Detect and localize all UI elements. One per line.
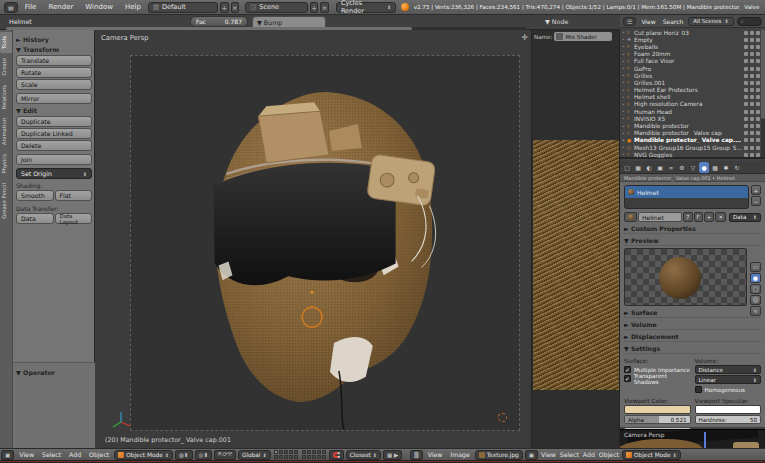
volume-header[interactable]: ► Volume: [624, 321, 761, 330]
select-icon[interactable]: [750, 102, 754, 106]
eye-icon[interactable]: [744, 81, 748, 85]
select-icon[interactable]: [750, 117, 754, 121]
outliner-item-label[interactable]: Helmet Ear Protectors: [634, 87, 744, 93]
manipulator-toggles[interactable]: ⇱⟳⤧: [214, 450, 236, 460]
select-icon[interactable]: [750, 88, 754, 92]
select-icon[interactable]: [750, 81, 754, 85]
join-button[interactable]: Join: [16, 154, 92, 165]
edit-panel-header[interactable]: ▼ Edit: [16, 107, 92, 114]
hardness-slider[interactable]: Hardness: 50: [695, 415, 762, 424]
outliner-item-label[interactable]: Mandible protector_ Valve cap.001: [634, 137, 744, 143]
eye-icon[interactable]: [744, 59, 748, 63]
visibility-icons[interactable]: [744, 59, 760, 63]
properties-tab-icon[interactable]: ▩: [710, 162, 720, 173]
slot-add-button[interactable]: +: [751, 185, 761, 195]
select-icon[interactable]: [750, 31, 754, 35]
history-panel-header[interactable]: ► History: [16, 36, 92, 43]
eye-icon[interactable]: [744, 102, 748, 106]
outliner-item[interactable]: • ○ Mesh13 Group16 Group15 Group_5_2 Gro…: [622, 144, 763, 151]
checkbox-unchecked-icon[interactable]: [695, 386, 702, 393]
scene-add-button[interactable]: +: [310, 2, 319, 13]
render-icon[interactable]: [756, 52, 760, 56]
visibility-icons[interactable]: [744, 153, 760, 157]
outliner-search-input[interactable]: ⌕: [737, 17, 762, 26]
pivot-point-dropdown[interactable]: ◎⬍: [195, 450, 213, 460]
tab-relations[interactable]: Relations: [0, 81, 12, 113]
select-icon[interactable]: [750, 67, 754, 71]
add-menu[interactable]: Add: [65, 451, 85, 458]
properties-tab-icon[interactable]: ▢: [622, 162, 632, 173]
properties-tab-icon[interactable]: ◐: [644, 162, 654, 173]
eye-icon[interactable]: [744, 131, 748, 135]
transparent-shadows-row[interactable]: ✓ Transparent Shadows: [624, 374, 691, 383]
layers-grid-2[interactable]: [302, 450, 326, 459]
tab-animation[interactable]: Animation: [0, 114, 12, 149]
homogeneous-row[interactable]: Homogeneous: [695, 385, 762, 394]
render-icon[interactable]: [756, 138, 760, 142]
displacement-header[interactable]: ► Displacement: [624, 333, 761, 342]
node-name-field[interactable]: Mix Shader: [554, 32, 612, 41]
uv-editor-icon[interactable]: ▒: [410, 450, 422, 460]
view-menu[interactable]: View: [15, 451, 38, 458]
visibility-icons[interactable]: [744, 117, 760, 121]
material-slot-list[interactable]: Helmet: [624, 185, 749, 209]
outliner-item-label[interactable]: Human Head: [634, 109, 744, 115]
render-icon[interactable]: [756, 102, 760, 106]
outliner-item-label[interactable]: Grilles: [634, 73, 744, 79]
render-icon[interactable]: [756, 88, 760, 92]
render-opengl-icons[interactable]: ▦ ▶: [383, 450, 402, 460]
eye-icon[interactable]: [744, 138, 748, 142]
smooth-button[interactable]: Smooth: [16, 190, 54, 201]
properties-tab-icon[interactable]: ▣: [655, 162, 665, 173]
tab-grease-pencil[interactable]: Grease Pencil: [0, 179, 12, 223]
volume-sampling-dropdown[interactable]: Distance ⬍: [695, 365, 762, 374]
eye-icon[interactable]: [744, 110, 748, 114]
visibility-icons[interactable]: [744, 31, 760, 35]
delete-button[interactable]: Delete: [16, 140, 92, 151]
settings-header[interactable]: ▼ Settings: [624, 345, 761, 354]
select-icon[interactable]: [750, 74, 754, 78]
snap-mode-dropdown[interactable]: Closest ⬍: [346, 450, 381, 460]
viewport-shading-dropdown[interactable]: ◍⬍: [175, 450, 193, 460]
data-button[interactable]: Data: [16, 213, 54, 224]
select-menu[interactable]: Select: [38, 451, 65, 458]
uv-image-menu[interactable]: Image: [446, 451, 473, 458]
material-browse-button[interactable]: [624, 212, 637, 222]
eye-icon[interactable]: [744, 146, 748, 150]
screen-layout-selector[interactable]: ▥ Default: [148, 2, 218, 13]
properties-tab-icon[interactable]: ⚙: [677, 162, 687, 173]
select-icon[interactable]: [750, 110, 754, 114]
transform-panel-header[interactable]: ▼ Transform: [16, 46, 92, 53]
visibility-icons[interactable]: [744, 102, 760, 106]
select-icon[interactable]: [750, 146, 754, 150]
viewport-specular-swatch[interactable]: [695, 405, 762, 414]
orientation-dropdown[interactable]: Global ⬍: [238, 450, 271, 460]
outliner-filter-dropdown[interactable]: All Scenes ⬍: [688, 17, 733, 26]
render-icon[interactable]: [756, 38, 760, 42]
render-icon[interactable]: [756, 59, 760, 63]
preview-cube-button[interactable]: ▢: [750, 284, 761, 294]
outliner-item[interactable]: • ▿ INVISIO X5: [622, 115, 763, 122]
outliner-item-label[interactable]: Eyeballs: [634, 44, 744, 50]
alpha-slider[interactable]: Alpha 0.521: [624, 415, 691, 424]
outliner-item-label[interactable]: Mandible protector_ Valve cap: [634, 130, 744, 136]
properties-tab-icon[interactable]: ↻: [732, 162, 742, 173]
layout-delete-button[interactable]: ×: [231, 2, 240, 13]
fake-user-button[interactable]: F: [694, 212, 703, 222]
eye-icon[interactable]: [744, 45, 748, 49]
select-icon[interactable]: [750, 52, 754, 56]
render-icon[interactable]: [756, 146, 760, 150]
rotate-button[interactable]: Rotate: [16, 67, 92, 78]
outliner-item[interactable]: • ▿ Helmet shell: [622, 94, 763, 101]
outliner-item-label[interactable]: INVISIO X5: [634, 116, 744, 122]
menu-file[interactable]: File: [20, 3, 42, 11]
render-icon[interactable]: [756, 67, 760, 71]
properties-tab-icon[interactable]: ▦: [633, 162, 643, 173]
outliner-item-label[interactable]: Helmet shell: [634, 94, 744, 100]
tab-create[interactable]: Create: [0, 54, 12, 80]
visibility-icons[interactable]: [744, 146, 760, 150]
volume-interpolation-dropdown[interactable]: Linear ⬍: [695, 375, 762, 384]
mini-select-menu[interactable]: Select: [558, 451, 581, 458]
users-count-button[interactable]: 7: [683, 212, 693, 222]
outliner-item-label[interactable]: GoPro: [634, 66, 744, 72]
